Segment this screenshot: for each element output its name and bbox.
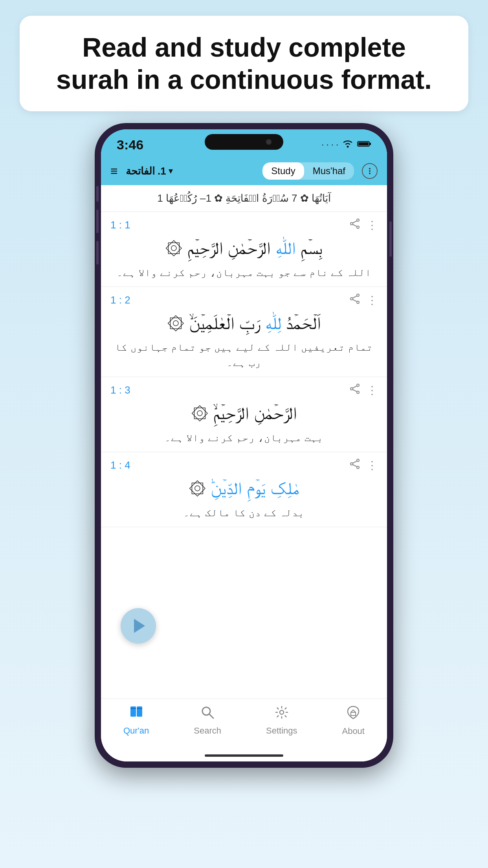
svg-line-32 bbox=[209, 714, 213, 718]
svg-point-13 bbox=[350, 298, 353, 300]
verse-block-3: 1 : 3 ⋮ bbox=[101, 377, 387, 452]
tab-search[interactable]: Search bbox=[194, 705, 221, 736]
verse-actions-3: ⋮ bbox=[349, 383, 378, 397]
wifi-icon bbox=[342, 139, 353, 150]
tab-settings[interactable]: Settings bbox=[266, 705, 297, 736]
verse-ref-4: 1 : 4 bbox=[110, 459, 130, 471]
more-dots-4[interactable]: ⋮ bbox=[367, 459, 378, 472]
svg-point-33 bbox=[280, 710, 284, 714]
share-icon-3[interactable] bbox=[349, 383, 360, 397]
quran-icon bbox=[128, 705, 144, 723]
share-icon-2[interactable] bbox=[349, 293, 360, 307]
volume-up-button bbox=[96, 210, 99, 233]
svg-point-19 bbox=[357, 391, 359, 394]
share-icon-4[interactable] bbox=[349, 458, 360, 472]
svg-point-12 bbox=[357, 294, 359, 296]
verse-actions-2: ⋮ bbox=[349, 293, 378, 307]
svg-point-7 bbox=[357, 219, 359, 221]
svg-point-17 bbox=[357, 384, 359, 386]
notch-camera bbox=[266, 139, 272, 145]
phone-screen: 3:46 · · · · bbox=[101, 129, 387, 761]
chevron-down-icon: ▾ bbox=[169, 166, 173, 176]
more-dots-3[interactable]: ⋮ bbox=[367, 384, 378, 397]
translation-3: بہت مہربان، رحم کرنے والا ہے۔ bbox=[110, 430, 378, 445]
translation-1: اللہ کے نام سے جو بہت مہربان، رحم کرنے و… bbox=[110, 265, 378, 280]
search-icon bbox=[200, 705, 215, 723]
headline: Read and study complete surah in a conti… bbox=[43, 31, 445, 96]
verse-header-1: 1 : 1 ⋮ bbox=[110, 218, 378, 232]
svg-point-24 bbox=[357, 466, 359, 469]
svg-point-14 bbox=[357, 301, 359, 303]
status-bar: 3:46 · · · · bbox=[101, 129, 387, 157]
message-bubble: Read and study complete surah in a conti… bbox=[20, 16, 468, 111]
verse-header-2: 1 : 2 ⋮ bbox=[110, 293, 378, 307]
silent-button bbox=[96, 186, 99, 202]
svg-rect-30 bbox=[137, 708, 142, 709]
play-button[interactable] bbox=[121, 608, 156, 644]
play-icon bbox=[134, 619, 145, 633]
share-icon-1[interactable] bbox=[349, 218, 360, 232]
svg-line-11 bbox=[353, 224, 357, 226]
study-toggle[interactable]: Study Mus'haf bbox=[262, 162, 354, 180]
svg-rect-3 bbox=[358, 142, 369, 145]
arabic-text-1: بِسۡمِ اللّٰهِ الرَّحۡمٰنِ الرَّحِیۡمِ ۞ bbox=[110, 236, 378, 260]
home-bar bbox=[205, 754, 283, 757]
study-button[interactable]: Study bbox=[262, 162, 304, 180]
surah-details: آيَاتُهَا ✿ 7 سُوۡرَةُ الۡفَاتِحَةِ ✿ 1–… bbox=[157, 192, 331, 204]
svg-line-21 bbox=[353, 390, 357, 392]
tab-about[interactable]: About bbox=[342, 704, 365, 736]
volume-down-button bbox=[96, 241, 99, 265]
notch bbox=[205, 134, 283, 150]
verse-ref-1: 1 : 1 bbox=[110, 219, 130, 231]
more-dots-1[interactable]: ⋮ bbox=[367, 219, 378, 232]
search-label: Search bbox=[194, 726, 221, 736]
verse-actions-4: ⋮ bbox=[349, 458, 378, 472]
verse-header-4: 1 : 4 ⋮ bbox=[110, 458, 378, 472]
svg-point-23 bbox=[350, 463, 353, 465]
svg-line-10 bbox=[353, 221, 357, 223]
surah-name: 1. الفاتحة bbox=[126, 165, 166, 177]
svg-line-25 bbox=[353, 461, 357, 463]
hamburger-icon[interactable]: ≡ bbox=[110, 164, 118, 178]
arabic-text-2: اَلۡحَمۡدُ لِلّٰهِ رَبِّ الۡعٰلَمِیۡنَۙ … bbox=[110, 311, 378, 335]
tab-quran[interactable]: Qur'an bbox=[123, 705, 149, 736]
dots-icon: · · · · bbox=[321, 140, 338, 150]
arabic-text-3: الرَّحۡمٰنِ الرَّحِیۡمِۙ ۞ bbox=[110, 401, 378, 425]
more-options-button[interactable] bbox=[362, 163, 378, 179]
about-label: About bbox=[342, 726, 365, 736]
verse-header-3: 1 : 3 ⋮ bbox=[110, 383, 378, 397]
verse-actions-1: ⋮ bbox=[349, 218, 378, 232]
svg-point-22 bbox=[357, 459, 359, 462]
verse-block-1: 1 : 1 ⋮ bbox=[101, 212, 387, 287]
surah-info-bar: آيَاتُهَا ✿ 7 سُوۡرَةُ الۡفَاتِحَةِ ✿ 1–… bbox=[101, 185, 387, 212]
svg-line-16 bbox=[353, 300, 357, 302]
svg-rect-28 bbox=[137, 706, 142, 717]
verse-ref-2: 1 : 2 bbox=[110, 294, 130, 306]
svg-rect-2 bbox=[369, 143, 371, 145]
phone-frame: 3:46 · · · · bbox=[95, 123, 393, 768]
translation-2: تمام تعریفیں اللہ کے لیے ہیں جو تمام جہا… bbox=[110, 340, 378, 370]
surah-selector[interactable]: 1. الفاتحة ▾ bbox=[126, 165, 258, 177]
status-time: 3:46 bbox=[117, 137, 143, 153]
nav-bar: ≡ 1. الفاتحة ▾ Study Mus'haf bbox=[101, 157, 387, 185]
svg-line-20 bbox=[353, 386, 357, 388]
verse-block-4: 1 : 4 ⋮ bbox=[101, 452, 387, 527]
svg-point-6 bbox=[369, 173, 371, 174]
settings-label: Settings bbox=[266, 726, 297, 736]
svg-rect-29 bbox=[130, 708, 136, 709]
power-button bbox=[389, 221, 392, 257]
svg-point-4 bbox=[369, 168, 371, 169]
more-dots-2[interactable]: ⋮ bbox=[367, 294, 378, 307]
quran-label: Qur'an bbox=[123, 726, 149, 736]
verse-ref-3: 1 : 3 bbox=[110, 384, 130, 396]
mushaf-button[interactable]: Mus'haf bbox=[304, 162, 354, 180]
svg-point-9 bbox=[357, 226, 359, 228]
translation-4: بدلہ کے دن کا مالک ہے۔ bbox=[110, 505, 378, 520]
home-indicator bbox=[101, 750, 387, 761]
tab-bar: Qur'an Search Settings bbox=[101, 699, 387, 750]
svg-line-15 bbox=[353, 296, 357, 298]
svg-line-26 bbox=[353, 465, 357, 467]
svg-rect-34 bbox=[351, 712, 356, 715]
arabic-text-4: مٰلِکِ یَوۡمِ الدِّیۡنِؕ ۞ bbox=[110, 476, 378, 500]
svg-point-0 bbox=[347, 146, 349, 148]
